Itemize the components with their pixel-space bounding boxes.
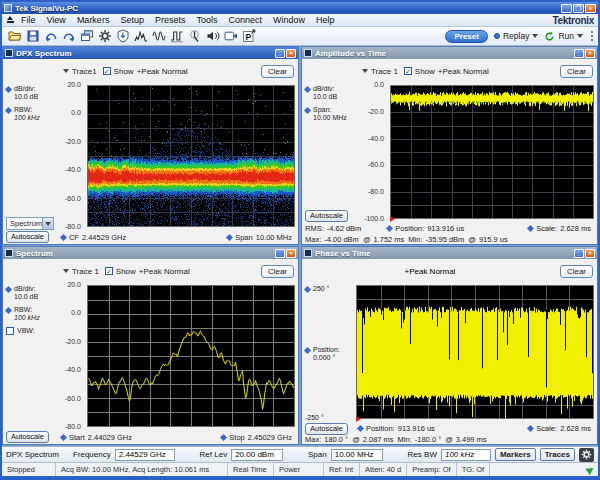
menu-item-window[interactable]: Window [273, 15, 305, 25]
overflow-menu-button[interactable] [591, 31, 594, 41]
show-checkbox[interactable]: ✓ [404, 67, 412, 75]
clear-button[interactable]: Clear [560, 65, 593, 78]
clear-button[interactable]: Clear [261, 65, 294, 78]
span-readout[interactable]: Span10.00 MHz [227, 233, 292, 242]
vbw-param[interactable]: VBW: [6, 327, 58, 335]
spectrum-trace-canvas[interactable] [88, 286, 294, 426]
rbw-param[interactable]: RBW:100 kHz [6, 306, 58, 322]
panel-minimize-button[interactable]: _ [275, 49, 285, 58]
menu-item-presets[interactable]: Presets [155, 15, 186, 25]
clear-button[interactable]: Clear [261, 265, 294, 278]
status-cell: Acq BW: 10.00 MHz, Acq Length: 10.061 ms [56, 463, 228, 476]
db-per-div-param[interactable]: dB/div:10.0 dB [305, 85, 361, 101]
scale-readout[interactable]: Scale:2.628 ms [528, 424, 591, 433]
adjust-icon [60, 234, 67, 241]
trace-selector[interactable]: Trace 1 [362, 67, 398, 76]
autoscale-button[interactable]: Autoscale [6, 431, 49, 443]
displays-icon[interactable] [78, 29, 95, 44]
panel-controls: Trace 1 ✓ Show +Peak Normal Clear [3, 259, 298, 283]
menu-item-view[interactable]: View [47, 15, 66, 25]
db-per-div-param[interactable]: dB/div:10.0 dB [6, 85, 58, 101]
panel-close-button[interactable]: × [286, 49, 296, 58]
markers-button[interactable]: Markers [495, 448, 536, 461]
chevron-down-icon [532, 34, 538, 38]
start-readout[interactable]: Start2.44029 GHz [61, 433, 132, 442]
position-readout[interactable]: Position:913.916 us [358, 424, 435, 433]
undo-icon[interactable] [42, 29, 59, 44]
show-label: Show [116, 267, 136, 276]
y-axis-tick: -40.0 [368, 136, 384, 142]
panel-icon [5, 49, 13, 57]
position-param[interactable]: Position:0.000 ° [305, 346, 349, 362]
menu-item-tools[interactable]: Tools [196, 15, 217, 25]
panel-title: Phase vs Time [315, 249, 573, 258]
run-button[interactable]: Run [544, 31, 583, 42]
db-per-div-param[interactable]: dB/div:10.0 dB [6, 285, 58, 301]
touch-icon[interactable] [186, 29, 203, 44]
panel-titlebar: Phase vs Time _ × [302, 247, 597, 259]
y-max-param[interactable]: 250 ° [305, 285, 349, 293]
settings-gear-button[interactable] [579, 448, 594, 462]
vbw-checkbox[interactable] [6, 327, 14, 335]
maximize-button[interactable]: ❒ [573, 4, 584, 13]
spectrum-icon[interactable] [132, 29, 149, 44]
redo-icon[interactable] [60, 29, 77, 44]
min-readout: Min:-35.95 dBm [408, 235, 464, 244]
menu-item-file[interactable]: File [21, 15, 36, 25]
close-button[interactable]: × [585, 4, 596, 13]
amplitude-trace-canvas[interactable] [391, 86, 593, 218]
ref-lev-field[interactable]: 20.00 dBm [231, 449, 283, 461]
settings-icon[interactable] [96, 29, 113, 44]
panel-close-button[interactable]: × [585, 49, 595, 58]
show-checkbox[interactable]: ✓ [105, 267, 113, 275]
panel-close-button[interactable]: × [286, 249, 296, 258]
dpx-bitmap-canvas[interactable] [88, 86, 294, 226]
autoscale-button[interactable]: Autoscale [305, 210, 348, 222]
trace-selector[interactable]: Trace 1 [63, 267, 99, 276]
rbw-param[interactable]: RBW:100 kHz [6, 106, 58, 122]
frequency-field[interactable]: 2.44529 GHz [115, 449, 175, 461]
span-field[interactable]: 10.00 MHz [331, 449, 383, 461]
minimize-button[interactable]: _ [561, 4, 572, 13]
res-bw-field[interactable]: 100 kHz [441, 449, 491, 461]
traces-button[interactable]: Traces [540, 448, 575, 461]
waveform-icon[interactable] [150, 29, 167, 44]
span-param[interactable]: Span:10.00 MHz [305, 106, 361, 122]
open-icon[interactable] [6, 29, 23, 44]
panel-minimize-button[interactable]: _ [574, 249, 584, 258]
phase-trace-canvas[interactable] [357, 286, 593, 418]
save-icon[interactable] [24, 29, 41, 44]
spectrum-panel: Spectrum _ × Trace 1 ✓ Show +Peak Normal… [2, 246, 299, 445]
clear-button[interactable]: Clear [560, 265, 593, 278]
panel-minimize-button[interactable]: _ [574, 49, 584, 58]
pulse-icon[interactable] [168, 29, 185, 44]
menu-item-help[interactable]: Help [316, 15, 335, 25]
panel-minimize-button[interactable]: _ [275, 249, 285, 258]
menu-item-setup[interactable]: Setup [120, 15, 144, 25]
y-axis-tick: -80.0 [368, 189, 384, 195]
stop-readout[interactable]: Stop2.45029 GHz [221, 433, 292, 442]
y-min-param[interactable]: -250 ° [305, 414, 349, 422]
panel-close-button[interactable]: × [585, 249, 595, 258]
eject-icon[interactable] [6, 16, 15, 24]
menu-item-connect[interactable]: Connect [228, 15, 262, 25]
amplitude-chartbox [390, 85, 594, 219]
scale-readout[interactable]: Scale:2.628 ms [528, 224, 591, 233]
show-checkbox[interactable]: ✓ [103, 67, 111, 75]
phase-readout-row1: Autoscale Position:913.916 us Scale:2.62… [302, 423, 597, 434]
display-mode-select[interactable]: Spectrum [6, 217, 54, 230]
position-readout[interactable]: Position:913.916 us [387, 224, 464, 233]
capture-icon[interactable] [222, 29, 239, 44]
trace-selector[interactable]: Trace1 [63, 67, 97, 76]
autoscale-button[interactable]: Autoscale [6, 231, 49, 243]
replay-button[interactable]: Replay [494, 31, 538, 41]
menu-item-markers[interactable]: Markers [77, 15, 110, 25]
speaker-icon[interactable] [204, 29, 221, 44]
status-cell: Real Time [228, 463, 274, 476]
preset-button[interactable]: Preset [445, 30, 487, 43]
status-cell: TG: Of [457, 463, 491, 476]
acquire-icon[interactable] [114, 29, 131, 44]
brand-logo: Tektronix [552, 15, 594, 26]
cf-readout[interactable]: CF2.44529 GHz [61, 233, 126, 242]
preset-p-icon[interactable]: P [240, 29, 257, 44]
